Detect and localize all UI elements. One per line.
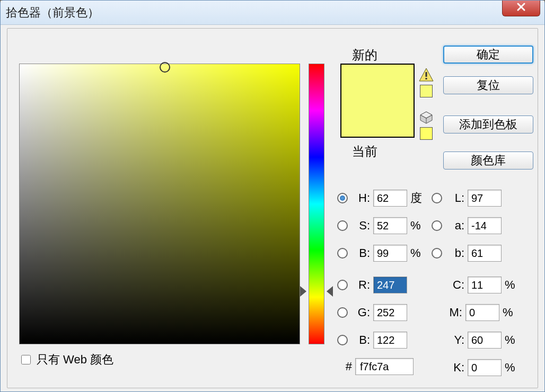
- radio-lab-l[interactable]: [432, 193, 442, 203]
- input-hex[interactable]: [355, 358, 414, 375]
- radio-b[interactable]: [337, 248, 348, 259]
- gamut-warning-swatch[interactable]: [420, 85, 433, 97]
- radio-g[interactable]: [337, 307, 348, 318]
- row-hex: #: [333, 358, 414, 375]
- label-k: K:: [446, 361, 464, 375]
- new-color-label: 新的: [352, 47, 377, 64]
- label-s: S:: [351, 219, 370, 233]
- row-lab-a: a:: [432, 216, 502, 235]
- svg-rect-0: [426, 72, 427, 77]
- row-c: C: %: [446, 275, 523, 295]
- radio-lab-a[interactable]: [432, 220, 442, 231]
- radio-r[interactable]: [337, 280, 348, 290]
- ok-button[interactable]: 确定: [443, 46, 533, 64]
- row-lab-l: L:: [432, 189, 502, 208]
- radio-b2[interactable]: [337, 335, 348, 345]
- color-swatch: [340, 64, 415, 138]
- input-lab-a[interactable]: [468, 217, 502, 234]
- unit-k: %: [505, 361, 523, 375]
- close-icon: [516, 2, 526, 15]
- label-lab-l: L:: [445, 191, 464, 205]
- unit-c: %: [505, 278, 523, 292]
- dialog-body: 新的 当前 确定 复位 添加到色板 颜色库 H: 度 S: %: [7, 28, 538, 388]
- web-only-row[interactable]: 只有 Web 颜色: [19, 352, 113, 368]
- radio-s[interactable]: [337, 220, 348, 231]
- new-color-swatch: [341, 65, 414, 101]
- radio-h[interactable]: [337, 193, 348, 203]
- row-m: M: %: [444, 303, 521, 322]
- unit-h: 度: [410, 190, 428, 206]
- label-hex: #: [333, 360, 352, 373]
- input-s[interactable]: [373, 217, 407, 234]
- titlebar: 拾色器（前景色）: [1, 1, 544, 25]
- web-only-checkbox[interactable]: [21, 355, 31, 364]
- row-h: H: 度: [337, 189, 428, 208]
- row-b2: B:: [337, 331, 407, 350]
- sv-cursor[interactable]: [160, 62, 170, 73]
- websafe-warning-icon[interactable]: [419, 110, 434, 125]
- input-r[interactable]: [373, 277, 407, 293]
- label-b2: B:: [351, 333, 370, 347]
- unit-m: %: [503, 306, 521, 319]
- unit-b: %: [410, 246, 428, 260]
- hue-indicator-left: [300, 286, 306, 297]
- label-h: H:: [351, 191, 370, 205]
- input-lab-l[interactable]: [468, 190, 502, 207]
- close-button[interactable]: [502, 1, 540, 16]
- label-b: B:: [351, 246, 370, 260]
- row-k: K: %: [446, 358, 523, 377]
- input-y[interactable]: [468, 332, 502, 349]
- input-b[interactable]: [373, 245, 407, 262]
- label-g: G:: [351, 306, 370, 319]
- current-color-label: 当前: [352, 143, 377, 160]
- input-k[interactable]: [468, 359, 502, 376]
- add-to-swatch-button[interactable]: 添加到色板: [443, 115, 533, 133]
- row-y: Y: %: [446, 331, 523, 350]
- row-lab-b: b:: [432, 244, 502, 263]
- label-lab-b: b:: [445, 246, 464, 260]
- unit-y: %: [505, 333, 523, 347]
- input-h[interactable]: [373, 190, 407, 207]
- websafe-warning-swatch[interactable]: [420, 127, 433, 140]
- label-lab-a: a:: [445, 219, 464, 233]
- label-c: C:: [446, 278, 464, 292]
- reset-button[interactable]: 复位: [443, 76, 533, 94]
- input-g[interactable]: [373, 304, 407, 321]
- label-y: Y:: [446, 333, 464, 347]
- radio-lab-b[interactable]: [432, 248, 442, 259]
- input-b2[interactable]: [373, 332, 407, 349]
- current-color-swatch[interactable]: [341, 101, 414, 137]
- label-r: R:: [351, 278, 370, 292]
- row-s: S: %: [337, 216, 428, 235]
- hue-slider[interactable]: [309, 64, 324, 344]
- web-only-label: 只有 Web 颜色: [37, 352, 113, 368]
- row-g: G:: [337, 303, 407, 322]
- color-library-button[interactable]: 颜色库: [443, 152, 533, 170]
- svg-rect-1: [426, 78, 427, 79]
- hue-indicator-right: [327, 286, 333, 297]
- input-lab-b[interactable]: [468, 245, 502, 262]
- gamut-warning-icon[interactable]: [419, 68, 434, 82]
- input-m[interactable]: [465, 304, 499, 321]
- row-b: B: %: [337, 244, 428, 263]
- row-r: R:: [337, 275, 407, 295]
- unit-s: %: [410, 219, 428, 233]
- saturation-value-field[interactable]: [19, 64, 300, 344]
- window-title: 拾色器（前景色）: [6, 5, 99, 21]
- color-picker-window: 拾色器（前景色） 新的 当前 确定: [0, 0, 545, 392]
- input-c[interactable]: [468, 277, 502, 293]
- label-m: M:: [444, 306, 462, 319]
